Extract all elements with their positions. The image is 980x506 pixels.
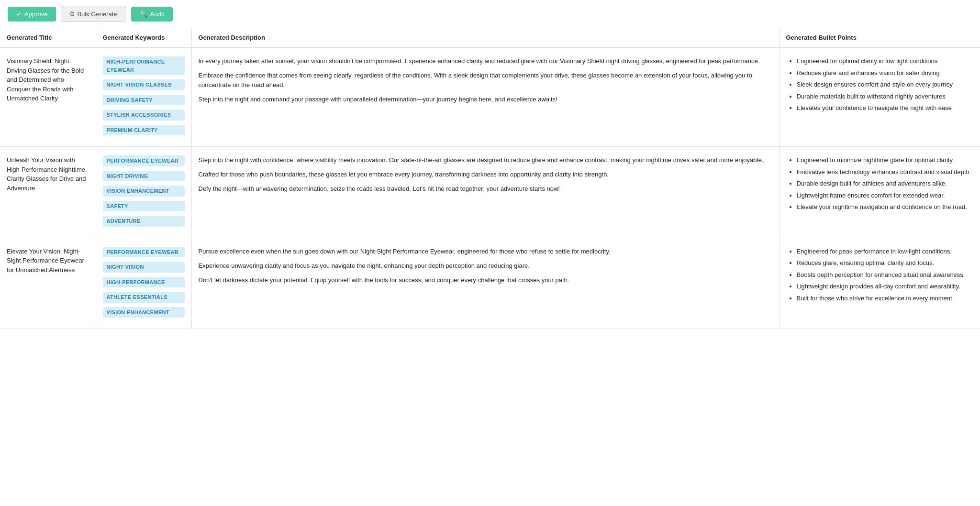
keyword-tag: HIGH-PERFORMANCE bbox=[103, 277, 185, 288]
table-row: Unleash Your Vision with High-Performanc… bbox=[0, 147, 980, 238]
search-icon: 🔍 bbox=[140, 11, 147, 18]
description-paragraph: Experience unwavering clarity and focus … bbox=[199, 261, 772, 271]
col-header-description: Generated Description bbox=[191, 28, 779, 47]
description-paragraph: Embrace the confidence that comes from s… bbox=[199, 71, 772, 90]
keyword-tag: DRIVING SAFETY bbox=[103, 95, 185, 106]
description-paragraph: Defy the night—with unwavering determina… bbox=[199, 184, 772, 194]
keyword-tag: VISION ENHANCEMENT bbox=[103, 186, 185, 197]
bullets-cell: Engineered for optimal clarity in low li… bbox=[779, 47, 980, 147]
bullet-item: Engineered for peak performance in low-l… bbox=[797, 247, 974, 256]
keyword-tag: NIGHT VISION GLASSES bbox=[103, 79, 185, 90]
title-text: Elevate Your Vision: Night-Sight Perform… bbox=[7, 248, 84, 274]
bullet-item: Lightweight design provides all-day comf… bbox=[797, 282, 974, 291]
keyword-tag: PREMIUM CLARITY bbox=[103, 125, 185, 136]
table-row: Elevate Your Vision: Night-Sight Perform… bbox=[0, 238, 980, 329]
bullets-cell: Engineered for peak performance in low-l… bbox=[779, 238, 980, 329]
bullet-item: Durable materials built to withstand nig… bbox=[797, 92, 974, 101]
title-text: Visionary Shield: Night Driving Glasses … bbox=[7, 57, 84, 102]
bullet-item: Reduces glare, ensuring optimal clarity … bbox=[797, 258, 974, 268]
bullet-item: Elevate your nighttime navigation and co… bbox=[797, 202, 974, 212]
bullet-item: Elevates your confidence to navigate the… bbox=[797, 103, 974, 113]
audit-button[interactable]: 🔍 Audit bbox=[131, 7, 173, 22]
description-paragraph: Step into the night with confidence, whe… bbox=[199, 155, 772, 165]
bullet-item: Durable design built for athletes and ad… bbox=[797, 179, 974, 188]
bullet-item: Innovative lens technology enhances cont… bbox=[797, 167, 974, 177]
check-icon: ✓ bbox=[16, 11, 22, 18]
toolbar: ✓ Approve ⧉ Bulk Generate 🔍 Audit bbox=[0, 0, 980, 28]
bullet-item: Boosts depth perception for enhanced sit… bbox=[797, 270, 974, 280]
approve-label: Approve bbox=[24, 11, 47, 18]
content-table: Generated Title Generated Keywords Gener… bbox=[0, 28, 980, 329]
keyword-tag: SAFETY bbox=[103, 201, 185, 212]
keyword-tag: STYLISH ACCESSORIES bbox=[103, 110, 185, 121]
table-row: Visionary Shield: Night Driving Glasses … bbox=[0, 47, 980, 147]
bullet-item: Engineered to minimize nighttime glare f… bbox=[797, 155, 974, 165]
bullet-item: Sleek design ensures comfort and style o… bbox=[797, 80, 974, 89]
approve-button[interactable]: ✓ Approve bbox=[8, 7, 56, 22]
bulk-generate-button[interactable]: ⧉ Bulk Generate bbox=[61, 6, 126, 22]
bulk-generate-label: Bulk Generate bbox=[77, 11, 117, 18]
keywords-cell: HIGH-PERFORMANCE EYEWEARNIGHT VISION GLA… bbox=[96, 47, 191, 147]
copy-icon: ⧉ bbox=[70, 10, 74, 18]
description-paragraph: Pursue excellence even when the sun goes… bbox=[199, 247, 772, 256]
description-paragraph: Crafted for those who push boundaries, t… bbox=[199, 170, 772, 179]
col-header-bullets: Generated Bullet Points bbox=[779, 28, 980, 47]
table-header-row: Generated Title Generated Keywords Gener… bbox=[0, 28, 980, 47]
keyword-tag: ADVENTURE bbox=[103, 216, 185, 227]
keyword-tag: PERFORMANCE EYEWEAR bbox=[103, 247, 185, 258]
keywords-cell: PERFORMANCE EYEWEARNIGHT VISIONHIGH-PERF… bbox=[96, 238, 191, 329]
title-text: Unleash Your Vision with High-Performanc… bbox=[7, 156, 86, 192]
description-paragraph: Don't let darkness dictate your potentia… bbox=[199, 275, 772, 285]
title-cell: Visionary Shield: Night Driving Glasses … bbox=[0, 47, 96, 147]
keyword-tag: NIGHT VISION bbox=[103, 262, 185, 273]
bullet-item: Lightweight frame ensures comfort for ex… bbox=[797, 191, 974, 200]
audit-label: Audit bbox=[150, 11, 165, 18]
bullets-cell: Engineered to minimize nighttime glare f… bbox=[779, 147, 980, 238]
keyword-tag: NIGHT DRIVING bbox=[103, 171, 185, 182]
bullet-item: Engineered for optimal clarity in low li… bbox=[797, 56, 974, 66]
description-cell: In every journey taken after sunset, you… bbox=[191, 47, 779, 147]
keyword-tag: VISION ENHANCEMENT bbox=[103, 307, 185, 318]
title-cell: Unleash Your Vision with High-Performanc… bbox=[0, 147, 96, 238]
keywords-cell: PERFORMANCE EYEWEARNIGHT DRIVINGVISION E… bbox=[96, 147, 191, 238]
keyword-tag: ATHLETE ESSENTIALS bbox=[103, 292, 185, 303]
description-paragraph: Step into the night and command your pas… bbox=[199, 95, 772, 104]
description-cell: Pursue excellence even when the sun goes… bbox=[191, 238, 779, 329]
keyword-tag: PERFORMANCE EYEWEAR bbox=[103, 155, 185, 166]
bullet-item: Reduces glare and enhances vision for sa… bbox=[797, 68, 974, 78]
description-paragraph: In every journey taken after sunset, you… bbox=[199, 56, 772, 66]
col-header-keywords: Generated Keywords bbox=[96, 28, 191, 47]
keyword-tag: HIGH-PERFORMANCE EYEWEAR bbox=[103, 56, 185, 75]
description-cell: Step into the night with confidence, whe… bbox=[191, 147, 779, 238]
col-header-title: Generated Title bbox=[0, 28, 96, 47]
title-cell: Elevate Your Vision: Night-Sight Perform… bbox=[0, 238, 96, 329]
bullet-item: Built for those who strive for excellenc… bbox=[797, 294, 974, 303]
